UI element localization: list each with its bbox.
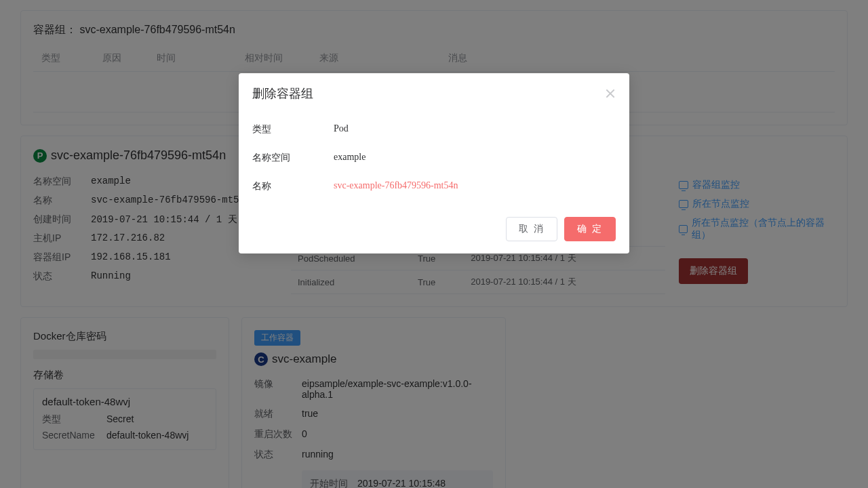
modal-header: 删除容器组: [239, 73, 629, 108]
cancel-button[interactable]: 取 消: [506, 217, 557, 241]
mv-name: svc-example-76fb479596-mt54n: [334, 180, 616, 192]
delete-modal: 删除容器组 类型Pod 名称空间example 名称svc-example-76…: [239, 73, 629, 253]
ml-name: 名称: [252, 180, 334, 192]
modal-footer: 取 消 确 定: [239, 217, 629, 253]
ml-type: 类型: [252, 123, 334, 136]
modal-title: 删除容器组: [252, 85, 313, 102]
ml-ns: 名称空间: [252, 152, 334, 164]
modal-body: 类型Pod 名称空间example 名称svc-example-76fb4795…: [239, 108, 629, 217]
mv-ns: example: [334, 152, 616, 164]
confirm-button[interactable]: 确 定: [564, 217, 616, 241]
close-icon[interactable]: [605, 88, 616, 99]
mv-type: Pod: [334, 123, 616, 136]
